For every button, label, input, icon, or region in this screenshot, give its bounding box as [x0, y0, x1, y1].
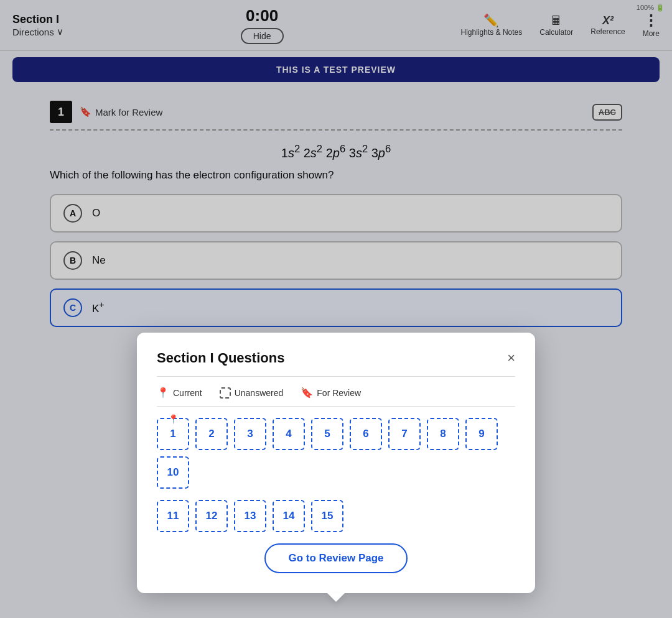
question-btn-7[interactable]: 7 — [388, 418, 421, 450]
popup-divider-top — [157, 376, 515, 377]
question-btn-6[interactable]: 6 — [350, 418, 382, 450]
review-bookmark-icon: 🔖 — [301, 387, 313, 399]
question-btn-2[interactable]: 2 — [195, 418, 228, 450]
question-btn-14[interactable]: 14 — [273, 500, 305, 532]
question-btn-10[interactable]: 10 — [157, 456, 189, 489]
legend-current: 📍 Current — [157, 387, 202, 399]
question-btn-3[interactable]: 3 — [234, 418, 266, 450]
questions-grid-row2: 11 12 13 14 15 — [157, 500, 515, 532]
popup-close-button[interactable]: × — [507, 351, 515, 365]
current-location-icon: 📍 — [157, 387, 169, 399]
section-questions-popup: Section I Questions × 📍 Current Unanswer… — [137, 333, 535, 593]
go-to-review-button[interactable]: Go to Review Page — [264, 543, 407, 573]
question-btn-5[interactable]: 5 — [311, 418, 343, 450]
popup-arrow — [327, 593, 345, 602]
unanswered-box-icon — [220, 387, 231, 399]
popup-header: Section I Questions × — [157, 350, 515, 366]
question-btn-13[interactable]: 13 — [234, 500, 266, 532]
question-btn-8[interactable]: 8 — [427, 418, 459, 450]
legend-unanswered: Unanswered — [220, 387, 284, 399]
popup-title: Section I Questions — [157, 350, 284, 366]
question-btn-15[interactable]: 15 — [311, 500, 343, 532]
popup-legend: 📍 Current Unanswered 🔖 For Review — [157, 387, 515, 399]
question-btn-12[interactable]: 12 — [195, 500, 228, 532]
question-btn-9[interactable]: 9 — [465, 418, 498, 450]
legend-for-review: 🔖 For Review — [301, 387, 361, 399]
current-position-icon: 📍 — [168, 414, 179, 424]
questions-grid: 📍 1 2 3 4 5 6 7 8 9 10 — [157, 418, 515, 489]
question-btn-4[interactable]: 4 — [273, 418, 305, 450]
question-btn-11[interactable]: 11 — [157, 500, 189, 532]
question-btn-1[interactable]: 📍 1 — [157, 418, 189, 450]
popup-divider-legend — [157, 406, 515, 407]
